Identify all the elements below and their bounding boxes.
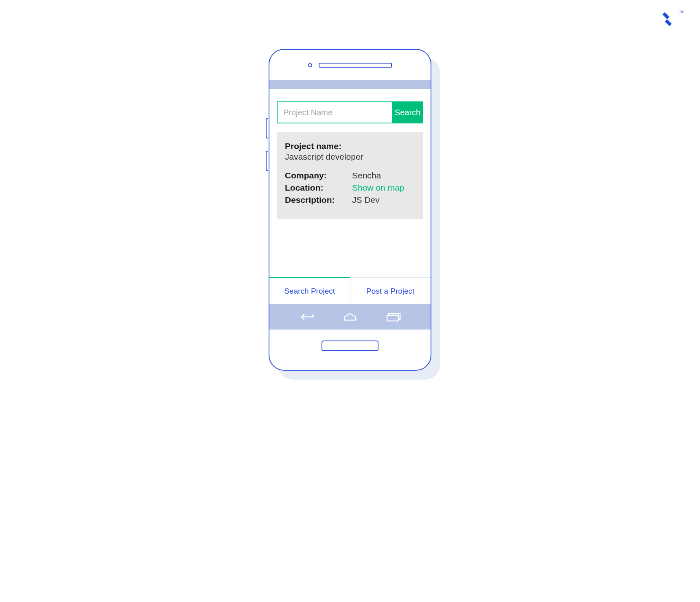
tab-post-project[interactable]: Post a Project [350, 278, 431, 304]
phone-speaker-icon [319, 63, 392, 68]
trademark-symbol: TM [679, 10, 684, 13]
app-screen: Search Project name: Javascript develope… [269, 89, 431, 277]
bottom-tabs: Search Project Post a Project [269, 277, 431, 304]
company-label: Company: [285, 171, 352, 180]
search-input[interactable] [277, 101, 392, 123]
show-on-map-link[interactable]: Show on map [352, 183, 404, 193]
phone-camera-icon [308, 63, 312, 67]
search-row: Search [277, 101, 423, 123]
company-value: Sencha [352, 171, 381, 180]
svg-rect-0 [387, 315, 398, 321]
phone-top-bezel [269, 50, 431, 80]
phone-side-button [266, 118, 268, 138]
description-value: JS Dev [352, 195, 380, 205]
phone-mockup: Search Project name: Javascript develope… [269, 49, 431, 371]
description-label: Description: [285, 195, 352, 205]
recent-apps-icon[interactable] [383, 311, 403, 323]
detail-row: Company: Sencha [285, 171, 415, 180]
phone-bottom-bezel [269, 330, 431, 362]
toptal-logo-icon [660, 11, 676, 27]
project-name-value: Javascript developer [285, 152, 415, 162]
phone-side-button [266, 151, 268, 171]
status-bar [269, 80, 431, 89]
android-nav-bar [269, 304, 431, 330]
detail-row: Description: JS Dev [285, 195, 415, 205]
home-icon[interactable] [340, 311, 360, 323]
project-name-label: Project name: [285, 141, 415, 151]
phone-home-button [322, 341, 378, 351]
location-label: Location: [285, 183, 352, 193]
back-icon[interactable] [297, 311, 317, 323]
detail-row: Location: Show on map [285, 183, 415, 193]
tab-search-project[interactable]: Search Project [269, 278, 350, 304]
project-result-card: Project name: Javascript developer Compa… [277, 132, 423, 219]
search-button[interactable]: Search [392, 101, 423, 123]
